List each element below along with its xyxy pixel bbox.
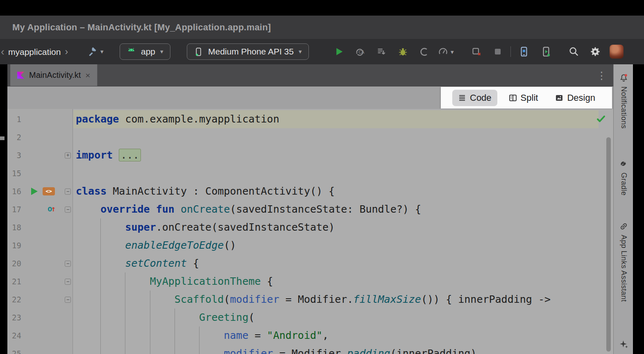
profile-app-button[interactable]: [417, 45, 431, 59]
run-gutter-icon[interactable]: [31, 188, 38, 195]
stop-button[interactable]: [491, 45, 505, 59]
editor-mode-toolbar: Code Split Design: [441, 87, 612, 109]
line-number[interactable]: 17: [7, 200, 21, 218]
code-line[interactable]: setContent {: [73, 254, 613, 272]
settings-button[interactable]: [588, 45, 602, 59]
gradle-tool-button[interactable]: Gradle: [614, 159, 633, 195]
mode-design-label: Design: [567, 93, 595, 103]
gutter-row[interactable]: 17o↑−: [7, 200, 73, 218]
profiler-button[interactable]: ▾: [438, 46, 454, 57]
notifications-tool-button[interactable]: Notifications: [614, 73, 633, 129]
code-editor[interactable]: 123+1516<>−17o↑−181920−21−22−232425 pack…: [7, 109, 613, 354]
tab-mainactivity[interactable]: MainActivity.kt ×: [10, 64, 98, 86]
attach-debugger-button[interactable]: [469, 45, 483, 59]
hammer-icon: [88, 46, 98, 57]
chevron-left-icon[interactable]: ‹: [1, 45, 5, 58]
run-button[interactable]: [332, 45, 346, 59]
gutter-row[interactable]: 23: [7, 309, 73, 327]
search-button[interactable]: [567, 45, 581, 59]
line-number[interactable]: 16: [7, 182, 21, 200]
fold-toggle[interactable]: −: [65, 297, 71, 303]
line-number[interactable]: 18: [7, 218, 21, 236]
code-changes-icon: [376, 46, 387, 57]
chevron-right-icon: ›: [65, 46, 68, 57]
more-options-icon[interactable]: ⋮: [596, 69, 607, 81]
mode-code-button[interactable]: Code: [452, 90, 497, 106]
mode-split-button[interactable]: Split: [503, 90, 544, 106]
code-line[interactable]: enableEdgeToEdge(): [73, 236, 613, 254]
line-number[interactable]: 23: [7, 309, 21, 327]
code-line[interactable]: [73, 164, 613, 182]
gutter-row[interactable]: 25: [7, 345, 73, 354]
close-icon[interactable]: ×: [85, 70, 90, 80]
code-line[interactable]: import ...: [73, 146, 613, 164]
bell-icon: [619, 73, 628, 83]
gutter-row[interactable]: 18: [7, 218, 73, 236]
splitter-handle[interactable]: [0, 136, 5, 140]
code-line[interactable]: Scaffold(modifier = Modifier.fillMaxSize…: [73, 290, 613, 309]
indent-guide: [199, 327, 200, 354]
line-number[interactable]: 3: [7, 146, 21, 164]
app-links-tool-button[interactable]: App Links Assistant: [614, 222, 633, 302]
project-breadcrumb[interactable]: myapplication ›: [8, 46, 68, 57]
gutter-row[interactable]: 21−: [7, 272, 73, 290]
code-line[interactable]: modifier = Modifier.padding(innerPadding…: [73, 345, 613, 354]
gutter-row[interactable]: 1: [7, 110, 73, 128]
gutter-row[interactable]: 2: [7, 128, 73, 146]
line-number[interactable]: 20: [7, 254, 21, 272]
android-studio-window: My Application – MainActivity.kt [My_App…: [0, 0, 644, 354]
code-line[interactable]: Greeting(: [73, 309, 613, 327]
device-select[interactable]: Medium Phone API 35 ▾: [187, 43, 309, 60]
line-number[interactable]: 22: [7, 290, 21, 309]
line-number[interactable]: 25: [7, 345, 21, 354]
line-number[interactable]: 2: [7, 128, 21, 146]
code-line[interactable]: MyApplicationTheme {: [73, 272, 613, 290]
gutter-row[interactable]: 20−: [7, 254, 73, 272]
caret-down-icon: ▾: [451, 48, 454, 55]
line-number[interactable]: 15: [7, 164, 21, 182]
gutter-row[interactable]: 15: [7, 164, 73, 182]
gutter-row[interactable]: 3+: [7, 146, 73, 164]
window-titlebar: My Application – MainActivity.kt [My_App…: [0, 16, 644, 39]
fold-toggle[interactable]: −: [65, 206, 71, 213]
mode-code-label: Code: [470, 93, 492, 103]
indent-guide: [175, 309, 175, 354]
window-title: My Application – MainActivity.kt [My_App…: [12, 22, 271, 33]
run-config-label: app: [141, 47, 155, 57]
code-line[interactable]: class MainActivity : ComponentActivity()…: [73, 182, 613, 200]
fold-toggle[interactable]: −: [65, 279, 71, 285]
fold-toggle[interactable]: −: [65, 188, 71, 195]
gutter-row[interactable]: 24: [7, 327, 73, 345]
gutter-row[interactable]: 19: [7, 236, 73, 254]
debug-button[interactable]: [396, 45, 410, 59]
line-number[interactable]: 24: [7, 327, 21, 345]
user-avatar[interactable]: [610, 45, 624, 59]
gutter-row[interactable]: 22−: [7, 290, 73, 309]
gutter-row[interactable]: 16<>−: [7, 182, 73, 200]
apply-changes-button[interactable]: CA: [352, 45, 366, 59]
editor-scrollbar[interactable]: [606, 137, 611, 352]
gradle-label: Gradle: [619, 172, 628, 195]
override-gutter-icon[interactable]: o↑: [48, 203, 56, 214]
kotlin-file-icon: [17, 71, 25, 79]
line-number[interactable]: 19: [7, 236, 21, 254]
mode-design-button[interactable]: Design: [549, 90, 601, 106]
code-line[interactable]: override fun onCreate(savedInstanceState…: [73, 200, 613, 218]
toolbar-separator: [510, 46, 511, 57]
code-line[interactable]: super.onCreate(savedInstanceState): [73, 218, 613, 236]
apply-code-changes-button[interactable]: [374, 45, 388, 59]
line-number[interactable]: 21: [7, 272, 21, 290]
kotlin-class-gutter-icon[interactable]: <>: [43, 187, 55, 195]
code-line[interactable]: package com.example.myapplication: [73, 110, 599, 128]
build-variant-button[interactable]: ▾: [88, 46, 104, 57]
device-manager-button[interactable]: [517, 45, 531, 59]
gemini-tool-button[interactable]: [614, 340, 633, 349]
run-config-select[interactable]: app ▾: [120, 43, 170, 60]
code-line[interactable]: name = "Android",: [73, 327, 613, 345]
fold-toggle[interactable]: +: [65, 152, 71, 159]
inspections-passed-icon[interactable]: [596, 114, 606, 124]
fold-toggle[interactable]: −: [65, 261, 71, 267]
code-line[interactable]: [73, 128, 613, 146]
running-devices-button[interactable]: [539, 45, 553, 59]
line-number[interactable]: 1: [7, 110, 21, 128]
